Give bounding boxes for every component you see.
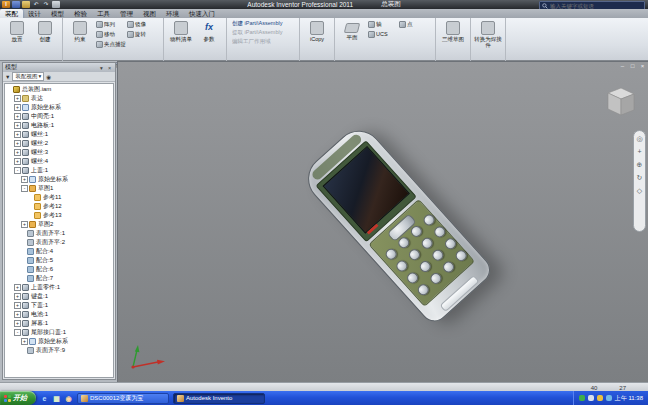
expand-icon[interactable]: + [14, 158, 21, 165]
expand-icon[interactable]: + [14, 311, 21, 318]
tree-item-电池:1[interactable]: +电池:1 [5, 310, 113, 319]
tree-item-表面齐平:1[interactable]: 表面齐平:1 [5, 229, 113, 238]
expand-icon[interactable]: + [14, 302, 21, 309]
tree-item-表面齐平:2[interactable]: 表面齐平:2 [5, 238, 113, 247]
expand-icon[interactable]: + [14, 140, 21, 147]
minimize-icon[interactable]: – [619, 63, 626, 69]
orbit-icon[interactable]: ↻ [637, 174, 643, 182]
search-input[interactable] [550, 3, 642, 9]
antivirus-icon[interactable] [579, 395, 585, 401]
button-编辑工厂作用域[interactable]: 编辑工厂作用域 [232, 37, 296, 46]
tree-item-键盘:1[interactable]: +键盘:1 [5, 292, 113, 301]
close-icon[interactable]: × [639, 63, 646, 69]
expand-icon[interactable]: + [21, 338, 28, 345]
tree-item-下盖:1[interactable]: +下盖:1 [5, 301, 113, 310]
button-UCS[interactable]: UCS [368, 29, 399, 39]
tree-item-螺丝:2[interactable]: +螺丝:2 [5, 139, 113, 148]
navigation-wheel-icon[interactable]: ◎ [636, 135, 642, 143]
expand-icon[interactable]: + [14, 149, 21, 156]
tree-item-螺丝:1[interactable]: +螺丝:1 [5, 130, 113, 139]
tree-item-电路板:1[interactable]: +电路板:1 [5, 121, 113, 130]
collapse-icon[interactable]: - [14, 329, 21, 336]
print-icon[interactable] [52, 1, 60, 8]
phone-assembly-model[interactable] [298, 121, 496, 327]
find-icon[interactable]: ◉ [46, 74, 51, 80]
tree-item-螺丝:3[interactable]: +螺丝:3 [5, 148, 113, 157]
ribbon-tab-检验[interactable]: 检验 [69, 9, 92, 18]
tree-item-参考13[interactable]: 参考13 [5, 211, 113, 220]
tree-item-中间壳:1[interactable]: +中间壳:1 [5, 112, 113, 121]
button-创建 iPart/iAssembly[interactable]: 创建 iPart/iAssembly [232, 19, 296, 28]
application-menu-icon[interactable]: I [2, 1, 10, 8]
volume-icon[interactable] [588, 395, 594, 401]
tree-item-总装图.iam[interactable]: 总装图.iam [5, 85, 113, 94]
button-旋转[interactable]: 旋转 [127, 29, 158, 39]
media-player-icon[interactable]: ◉ [64, 394, 73, 403]
tree-item-螺丝:4[interactable]: +螺丝:4 [5, 157, 113, 166]
show-desktop-icon[interactable]: ▦ [52, 394, 61, 403]
save-icon[interactable] [12, 1, 20, 8]
taskbar-task-Autodesk Invento[interactable]: Autodesk Invento [173, 393, 265, 404]
tree-item-参考12[interactable]: 参考12 [5, 202, 113, 211]
tree-item-原始坐标系[interactable]: +原始坐标系 [5, 337, 113, 346]
pan-icon[interactable]: + [637, 148, 641, 156]
tree-item-配合:4[interactable]: 配合:4 [5, 247, 113, 256]
look-at-icon[interactable]: ◇ [637, 187, 642, 195]
internet-explorer-icon[interactable]: e [40, 394, 49, 403]
expand-icon[interactable]: + [14, 113, 21, 120]
ribbon-tab-快速入门[interactable]: 快速入门 [184, 9, 220, 18]
button-点[interactable]: 点 [399, 19, 430, 29]
expand-icon[interactable]: + [14, 284, 21, 291]
usb-device-icon[interactable] [597, 395, 603, 401]
button-提取 iPart/iAssembly[interactable]: 提取 iPart/iAssembly [232, 28, 296, 37]
expand-icon[interactable]: + [14, 95, 21, 102]
ribbon-tab-视图[interactable]: 视图 [138, 9, 161, 18]
expand-icon[interactable]: + [14, 104, 21, 111]
restore-icon[interactable]: □ [629, 63, 636, 69]
ribbon-tab-模型[interactable]: 模型 [46, 9, 69, 18]
tree-item-原始坐标系[interactable]: +原始坐标系 [5, 103, 113, 112]
button-平面[interactable]: 平面 [338, 19, 366, 52]
expand-icon[interactable]: + [14, 131, 21, 138]
ribbon-tab-环境[interactable]: 环境 [161, 9, 184, 18]
start-button[interactable]: 开始 [0, 391, 36, 405]
collapse-icon[interactable]: - [21, 185, 28, 192]
close-icon[interactable]: × [106, 65, 113, 71]
redo-icon[interactable]: ↷ [42, 1, 50, 8]
tree-item-参考11[interactable]: 参考11 [5, 193, 113, 202]
tree-item-上盖零件:1[interactable]: +上盖零件:1 [5, 283, 113, 292]
tree-item-尾部接口盖:1[interactable]: -尾部接口盖:1 [5, 328, 113, 337]
tree-item-草图2[interactable]: +草图2 [5, 220, 113, 229]
ribbon-tab-工具[interactable]: 工具 [92, 9, 115, 18]
filter-icon[interactable]: ▼ [5, 74, 10, 80]
button-物料清单[interactable]: 物料清单 [167, 19, 195, 52]
expand-icon[interactable]: + [21, 176, 28, 183]
tree-item-表面齐平:9[interactable]: 表面齐平:9 [5, 346, 113, 355]
open-icon[interactable] [22, 1, 30, 8]
ribbon-tab-设计[interactable]: 设计 [23, 9, 46, 18]
tree-item-配合:5[interactable]: 配合:5 [5, 256, 113, 265]
viewcube[interactable] [601, 84, 639, 120]
3d-viewport[interactable]: –□× ◎+⊕↻◇ [117, 61, 648, 383]
tree-item-配合:6[interactable]: 配合:6 [5, 265, 113, 274]
zoom-icon[interactable]: ⊕ [637, 161, 643, 169]
button-参数[interactable]: fx参数 [195, 19, 223, 52]
button-转换为焊接件[interactable]: 转换为焊接件 [474, 19, 502, 52]
ribbon-tab-管理[interactable]: 管理 [115, 9, 138, 18]
button-阵列[interactable]: 阵列 [96, 19, 127, 29]
button-约束[interactable]: 约束 [66, 19, 94, 52]
collapse-icon[interactable]: - [14, 167, 21, 174]
tree-item-表达[interactable]: +表达 [5, 94, 113, 103]
button-iCopy[interactable]: iCopy [303, 19, 331, 52]
button-移动[interactable]: 移动 [96, 29, 127, 39]
button-三维草图[interactable]: 三维草图 [439, 19, 467, 52]
taskbar-task-DSC00012变废为宝[interactable]: DSC00012变废为宝 [77, 393, 169, 404]
button-夹点捕捉[interactable]: 夹点捕捉 [96, 39, 127, 49]
tree-item-原始坐标系[interactable]: +原始坐标系 [5, 175, 113, 184]
expand-icon[interactable]: + [14, 122, 21, 129]
tree-item-配合:7[interactable]: 配合:7 [5, 274, 113, 283]
undo-icon[interactable]: ↶ [32, 1, 40, 8]
tree-item-上盖:1[interactable]: -上盖:1 [5, 166, 113, 175]
expand-icon[interactable]: + [14, 293, 21, 300]
expand-icon[interactable]: + [14, 320, 21, 327]
